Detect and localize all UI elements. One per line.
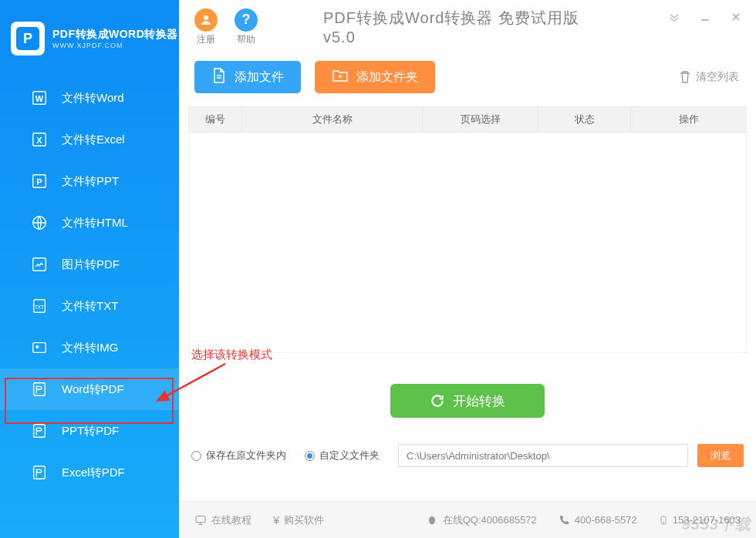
start-convert-button[interactable]: 开始转换 (390, 384, 545, 418)
app-logo: P PDF转换成WORD转换器 WWW.XJPDF.COM (0, 0, 179, 77)
sidebar-item-file-to-word[interactable]: W 文件转Word (0, 77, 179, 119)
image-pdf-icon (31, 256, 48, 273)
pdf-icon (31, 422, 48, 439)
sidebar-item-label: Word转PDF (62, 382, 124, 397)
excel-icon: X (31, 131, 48, 148)
radio-save-custom[interactable]: 自定义文件夹 (305, 449, 380, 462)
svg-point-24 (429, 516, 435, 524)
logo-icon: P (11, 22, 45, 55)
sidebar-item-file-to-html[interactable]: 文件转HTML (0, 202, 179, 244)
sidebar-item-label: 文件转PPT (62, 174, 119, 189)
col-filename: 文件名称 (242, 107, 423, 132)
folder-icon (332, 68, 349, 86)
close-button[interactable] (730, 11, 742, 23)
svg-rect-21 (196, 516, 205, 522)
sidebar-item-file-to-excel[interactable]: X 文件转Excel (0, 119, 179, 160)
minimize-button[interactable] (699, 11, 711, 23)
pdf-icon (31, 464, 48, 481)
col-number: 编号 (188, 107, 242, 132)
qq-icon (426, 514, 438, 526)
table-header: 编号 文件名称 页码选择 状态 操作 (188, 106, 747, 133)
clear-list-button[interactable]: 清空列表 (679, 70, 739, 84)
svg-point-26 (663, 522, 663, 523)
qq-contact[interactable]: 在线QQ:4006685572 (426, 513, 537, 527)
svg-point-15 (204, 15, 208, 20)
logo-title: PDF转换成WORD转换器 (52, 28, 178, 42)
sidebar-item-label: Excel转PDF (62, 466, 125, 480)
header: 注册 ? 帮助 PDF转换成Word转换器 免费试用版 v5.0 (179, 0, 756, 54)
mobile-contact[interactable]: 153-2107-1603 (659, 514, 741, 526)
add-file-button[interactable]: 添加文件 (194, 61, 301, 93)
mobile-icon (659, 514, 668, 526)
ppt-icon: P (31, 173, 48, 190)
logo-subtitle: WWW.XJPDF.COM (52, 42, 178, 49)
help-button[interactable]: ? 帮助 (235, 8, 258, 46)
sidebar-item-label: 文件转HTML (62, 216, 128, 230)
yen-icon: ¥ (273, 513, 279, 526)
sidebar-item-word-to-pdf[interactable]: Word转PDF (0, 368, 179, 410)
col-status: 状态 (538, 107, 631, 132)
svg-text:P: P (36, 177, 42, 187)
footer: 在线教程 ¥ 购买软件 在线QQ:4006685572 400-668-5572… (179, 501, 756, 538)
svg-text:W: W (35, 94, 44, 103)
sidebar-item-file-to-txt[interactable]: TXT 文件转TXT (0, 285, 179, 327)
svg-text:X: X (36, 136, 42, 145)
txt-icon: TXT (31, 298, 48, 314)
question-icon: ? (235, 8, 258, 32)
sidebar-item-label: 文件转TXT (62, 299, 118, 314)
add-folder-button[interactable]: 添加文件夹 (315, 61, 435, 93)
sidebar-item-ppt-to-pdf[interactable]: PPT转PDF (0, 410, 179, 452)
sidebar-item-label: PPT转PDF (62, 424, 119, 439)
refresh-icon (430, 393, 445, 409)
sidebar-item-label: 文件转Word (62, 91, 124, 106)
dropdown-icon[interactable] (668, 11, 680, 23)
file-list[interactable] (188, 133, 747, 353)
radio-icon (305, 451, 315, 461)
buy-software-link[interactable]: ¥ 购买软件 (273, 513, 324, 527)
sidebar-item-label: 图片转PDF (62, 257, 120, 272)
sidebar-item-label: 文件转IMG (62, 341, 118, 355)
annotation-text: 选择该转换模式 (191, 348, 272, 362)
radio-icon (191, 451, 201, 461)
toolbar: 添加文件 添加文件夹 清空列表 (179, 54, 756, 100)
online-tutorial-link[interactable]: 在线教程 (194, 513, 251, 527)
main-panel: 注册 ? 帮助 PDF转换成Word转换器 免费试用版 v5.0 添加文件 添加… (179, 0, 756, 538)
phone-contact[interactable]: 400-668-5572 (559, 514, 637, 526)
col-action: 操作 (631, 107, 747, 132)
svg-rect-7 (33, 258, 46, 271)
pdf-icon (31, 381, 48, 398)
file-icon (211, 67, 227, 87)
sidebar-item-excel-to-pdf[interactable]: Excel转PDF (0, 452, 179, 493)
col-pages: 页码选择 (423, 107, 538, 132)
trash-icon (679, 70, 691, 84)
register-button[interactable]: 注册 (194, 8, 218, 46)
sidebar-item-file-to-img[interactable]: 文件转IMG (0, 327, 179, 368)
browse-button[interactable]: 浏览 (697, 444, 744, 467)
svg-rect-10 (33, 343, 46, 353)
sidebar-item-file-to-ppt[interactable]: P 文件转PPT (0, 160, 179, 202)
user-icon (194, 8, 218, 32)
html-icon (31, 214, 48, 231)
sidebar-item-label: 文件转Excel (62, 133, 125, 147)
phone-icon (559, 514, 570, 526)
output-path-input[interactable] (398, 444, 688, 467)
svg-point-11 (36, 346, 39, 348)
radio-save-original[interactable]: 保存在原文件夹内 (191, 449, 286, 462)
img-icon (31, 339, 48, 356)
svg-text:TXT: TXT (35, 304, 44, 310)
save-options: 保存在原文件夹内 自定义文件夹 浏览 (191, 444, 744, 467)
sidebar-item-image-to-pdf[interactable]: 图片转PDF (0, 244, 179, 285)
sidebar: P PDF转换成WORD转换器 WWW.XJPDF.COM W 文件转Word … (0, 0, 179, 538)
app-title: PDF转换成Word转换器 免费试用版 v5.0 (323, 8, 612, 46)
word-icon: W (31, 89, 48, 106)
monitor-icon (194, 514, 207, 526)
